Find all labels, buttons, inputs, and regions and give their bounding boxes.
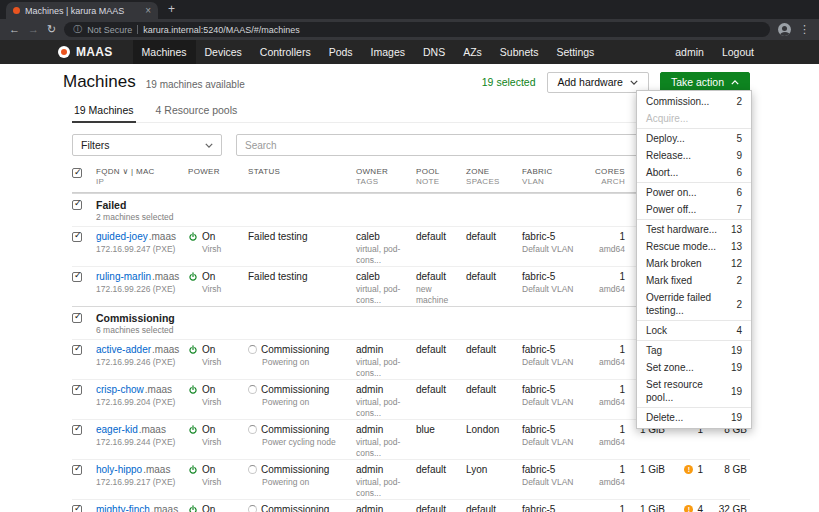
power-icon [188, 272, 198, 282]
machine-link[interactable]: holy-hippo [96, 464, 142, 476]
menu-item-set-zone[interactable]: Set zone...19 [637, 359, 751, 376]
menu-item-deploy[interactable]: Deploy...5 [637, 130, 751, 147]
profile-avatar-icon[interactable] [778, 23, 791, 36]
browser-chrome: Machines | karura MAAS × + ← → ↻ ⓘ Not S… [0, 0, 819, 40]
owner: caleb [356, 231, 416, 243]
menu-item-tag[interactable]: Tag19 [637, 342, 751, 359]
menu-item-power-off[interactable]: Power off...7 [637, 201, 751, 218]
machine-row-holy-hippo: holy-hippo.maas172.16.99.217 (PXE)OnVirs… [72, 459, 750, 499]
nav-logout[interactable]: Logout [713, 40, 763, 64]
warning-icon: ! [684, 465, 693, 474]
arch: amd64 [584, 357, 625, 368]
power-type: Virsh [188, 437, 248, 448]
menu-item-power-on[interactable]: Power on...6 [637, 184, 751, 201]
menu-divider [637, 219, 751, 220]
menu-item-commission[interactable]: Commission...2 [637, 93, 751, 110]
tab-4-resource-pools[interactable]: 4 Resource pools [154, 99, 240, 122]
menu-item-delete[interactable]: Delete...19 [637, 409, 751, 426]
forward-icon[interactable]: → [28, 24, 39, 35]
owner: admin [356, 384, 416, 396]
back-icon[interactable]: ← [9, 24, 20, 35]
machine-link[interactable]: ruling-marlin [96, 271, 151, 283]
nav-item-devices[interactable]: Devices [196, 40, 251, 64]
selected-count-label: 19 selected [482, 76, 536, 88]
nav-item-settings[interactable]: Settings [547, 40, 603, 64]
take-action-menu: Commission...2Acquire...Deploy...5Releas… [636, 90, 752, 429]
machine-ip: 172.16.99.247 (PXE) [96, 244, 188, 255]
menu-item-abort[interactable]: Abort...6 [637, 164, 751, 181]
site-info-icon[interactable]: ⓘ [73, 23, 82, 36]
menu-divider [637, 320, 751, 321]
machine-ip: 172.16.99.204 (PXE) [96, 397, 188, 408]
menu-item-lock[interactable]: Lock4 [637, 322, 751, 339]
nav-user[interactable]: admin [666, 40, 713, 64]
select-all-checkbox[interactable] [72, 168, 82, 178]
vlan: Default VLAN [522, 244, 584, 255]
machine-domain: .maas [152, 344, 179, 356]
zone: default [466, 271, 522, 283]
machine-link[interactable]: guided-joey [96, 231, 148, 243]
machine-ip: 172.16.99.246 (PXE) [96, 357, 188, 368]
url-bar[interactable]: ⓘ Not Secure karura.internal:5240/MAAS/#… [64, 22, 770, 37]
pool: default [416, 384, 466, 396]
maas-logo-icon [58, 46, 70, 58]
group-checkbox[interactable] [72, 313, 82, 323]
power-icon [188, 425, 198, 435]
reload-icon[interactable]: ↻ [47, 24, 56, 35]
menu-item-release[interactable]: Release...9 [637, 147, 751, 164]
browser-tab[interactable]: Machines | karura MAAS × [6, 2, 158, 19]
machine-link[interactable]: crisp-chow [96, 384, 144, 396]
machine-link[interactable]: eager-kid [96, 424, 138, 436]
row-checkbox[interactable] [72, 345, 82, 355]
filters-dropdown[interactable]: Filters [72, 134, 222, 156]
nav-item-pods[interactable]: Pods [320, 40, 362, 64]
spinner-icon [248, 465, 257, 474]
group-checkbox[interactable] [72, 200, 82, 210]
maas-brand[interactable]: MAAS [58, 40, 113, 64]
nav-item-azs[interactable]: AZs [454, 40, 491, 64]
browser-menu-icon[interactable]: ⋮ [799, 24, 810, 35]
menu-item-override-failed-testing[interactable]: Override failed testing...2 [637, 289, 751, 319]
row-checkbox[interactable] [72, 272, 82, 282]
brand-text: MAAS [76, 45, 113, 59]
nav-item-controllers[interactable]: Controllers [251, 40, 320, 64]
menu-item-set-resource-pool[interactable]: Set resource pool...19 [637, 376, 751, 406]
add-hardware-button[interactable]: Add hardware [547, 72, 649, 93]
menu-item-test-hardware[interactable]: Test hardware...13 [637, 221, 751, 238]
machine-row-mighty-finch: mighty-finch.maas172.16.99.247 (PXE)OnVi… [72, 499, 750, 512]
row-checkbox[interactable] [72, 232, 82, 242]
machine-link[interactable]: active-adder [96, 344, 151, 356]
tab-strip: Machines | karura MAAS × + [0, 0, 819, 19]
pool: default [416, 464, 466, 476]
menu-item-rescue-mode[interactable]: Rescue mode...13 [637, 238, 751, 255]
machine-link[interactable]: mighty-finch [96, 504, 150, 512]
cores: 1 [584, 384, 625, 396]
machine-domain: .maas [139, 424, 166, 436]
owner: admin [356, 344, 416, 356]
new-tab-button[interactable]: + [168, 1, 175, 18]
nav-item-dns[interactable]: DNS [414, 40, 454, 64]
group-label: Commissioning6 machines selected [96, 312, 706, 336]
tags: virtual, pod-cons... [356, 357, 416, 379]
col-header-zone: ZONESPACES [466, 167, 522, 188]
disks: !4 [668, 504, 703, 512]
tab-close-icon[interactable]: × [145, 5, 151, 16]
power-state: On [202, 424, 215, 436]
row-checkbox[interactable] [72, 425, 82, 435]
menu-item-mark-fixed[interactable]: Mark fixed2 [637, 272, 751, 289]
cores: 1 [584, 464, 625, 476]
tags: virtual, pod-cons... [356, 284, 416, 306]
chevron-down-icon [205, 143, 213, 148]
menu-item-mark-broken[interactable]: Mark broken12 [637, 255, 751, 272]
chevron-down-icon [630, 80, 638, 85]
tab-19-machines[interactable]: 19 Machines [72, 99, 136, 123]
nav-item-images[interactable]: Images [362, 40, 414, 64]
disks: !1 [668, 464, 703, 476]
nav-item-machines[interactable]: Machines [133, 40, 196, 64]
row-checkbox[interactable] [72, 465, 82, 475]
spinner-icon [248, 425, 257, 434]
row-checkbox[interactable] [72, 505, 82, 512]
row-checkbox[interactable] [72, 385, 82, 395]
machine-ip: 172.16.99.217 (PXE) [96, 477, 188, 488]
nav-item-subnets[interactable]: Subnets [491, 40, 548, 64]
